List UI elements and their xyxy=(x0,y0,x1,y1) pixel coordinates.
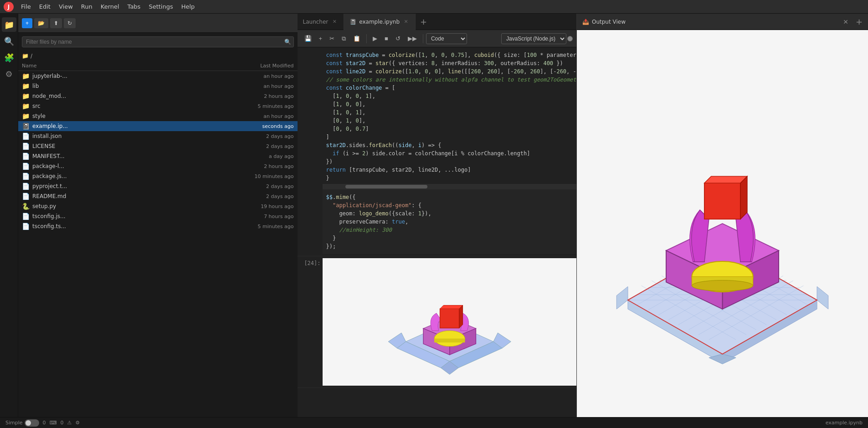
file-modified: a day ago xyxy=(244,153,294,159)
run-all-btn[interactable]: ▶▶ xyxy=(405,33,420,44)
restart-btn[interactable]: ↺ xyxy=(392,33,404,44)
run-btn[interactable]: ▶ xyxy=(370,33,380,44)
file-item[interactable]: 📁 jupyterlab-... an hour ago xyxy=(18,71,298,81)
launcher-tab-close[interactable]: ✕ xyxy=(331,18,338,25)
menu-run[interactable]: Run xyxy=(77,2,96,11)
file-item[interactable]: 📄 pyproject.t... 2 days ago xyxy=(18,181,298,191)
file-name: package-l... xyxy=(32,163,244,169)
cut-btn[interactable]: ✂ xyxy=(326,33,338,44)
output-cell-content xyxy=(323,256,577,387)
file-name: tsconfig.ts... xyxy=(32,223,244,229)
file-item[interactable]: 📁 style an hour ago xyxy=(18,111,298,121)
menu-edit[interactable]: Edit xyxy=(36,2,54,11)
path-label: / xyxy=(31,53,32,59)
file-name: MANIFEST... xyxy=(32,153,244,159)
menu-view[interactable]: View xyxy=(55,2,77,11)
file-name: node_mod... xyxy=(32,93,244,99)
notebook-file-icon: 📓 xyxy=(22,122,30,130)
cell-prompt xyxy=(298,47,323,256)
file-modified: seconds ago xyxy=(244,123,294,129)
file-item[interactable]: 📄 tsconfig.ts... 5 minutes ago xyxy=(18,221,298,231)
file-name: LICENSE xyxy=(32,143,244,149)
simple-mode-toggle[interactable]: Simple xyxy=(5,419,39,427)
status-gear-icon[interactable]: ⚙ xyxy=(75,420,80,426)
file-modified: 2 days ago xyxy=(244,194,294,199)
mime-code-block[interactable]: $$.mime({ "application/jscad-geom": { ge… xyxy=(323,189,577,254)
menubar: J File Edit View Run Kernel Tabs Setting… xyxy=(0,0,868,14)
paste-btn[interactable]: 📋 xyxy=(350,33,364,44)
file-modified: 2 hours ago xyxy=(244,163,294,169)
folder-file-icon: 📁 xyxy=(22,72,30,80)
toggle-track[interactable] xyxy=(25,419,39,427)
file-item[interactable]: 📁 src 5 minutes ago xyxy=(18,101,298,111)
file-search-box: 🔍 xyxy=(22,36,294,47)
interrupt-btn[interactable]: ■ xyxy=(381,33,391,44)
mime-line-5: //minHeight: 300 xyxy=(326,226,573,234)
text-file-icon: 📄 xyxy=(22,153,30,160)
file-item[interactable]: 🐍 setup.py 19 hours ago xyxy=(18,201,298,211)
open-folder-btn[interactable]: 📂 xyxy=(34,18,48,28)
h-scroll-thumb[interactable] xyxy=(345,185,427,189)
kernel-select[interactable]: JavaScript (Node.js) xyxy=(501,33,566,44)
copy-btn[interactable]: ⧉ xyxy=(339,33,349,44)
file-item[interactable]: 📁 node_mod... 2 hours ago xyxy=(18,91,298,101)
output-panel-add-btn[interactable]: + xyxy=(856,17,863,26)
file-modified: an hour ago xyxy=(244,83,294,89)
file-modified: 2 days ago xyxy=(244,143,294,149)
file-name: jupyterlab-... xyxy=(32,73,244,79)
cell-content[interactable]: const transpCube = colorize([1, 0, 0, 0.… xyxy=(323,47,577,256)
statusbar-right: example.ipynb xyxy=(826,420,863,426)
svg-point-58 xyxy=(692,280,753,291)
output-panel-close-btn[interactable]: ✕ xyxy=(843,18,848,25)
toolbar-separator-2 xyxy=(423,34,423,43)
file-item[interactable]: 📓 example.ip... seconds ago xyxy=(18,121,298,131)
sidebar-icon-settings[interactable]: ⚙ xyxy=(2,66,16,81)
menu-help[interactable]: Help xyxy=(178,2,199,11)
new-launcher-btn[interactable]: + xyxy=(22,18,32,28)
launcher-tab-label: Launcher xyxy=(303,19,329,25)
json-file-icon: 📄 xyxy=(22,213,30,220)
code-line-6: [1, 0, 0, 1], xyxy=(326,92,573,100)
cell-type-select[interactable]: Code Markdown Raw xyxy=(426,33,467,44)
code-line-7: [1, 0, 0], xyxy=(326,100,573,108)
code-line-4: // some colors are intentionally without… xyxy=(326,76,573,84)
file-item[interactable]: 📄 tsconfig.js... 7 hours ago xyxy=(18,211,298,221)
code-line-1: const transpCube = colorize([1, 0, 0, 0.… xyxy=(326,51,573,59)
tab-notebook[interactable]: 📓 example.ipynb ✕ xyxy=(344,14,416,30)
file-item[interactable]: 📄 MANIFEST... a day ago xyxy=(18,151,298,161)
code-line-9: [0, 1, 0], xyxy=(326,117,573,125)
file-item[interactable]: 📄 LICENSE 2 days ago xyxy=(18,141,298,151)
menu-tabs[interactable]: Tabs xyxy=(124,2,144,11)
h-scrollbar[interactable] xyxy=(323,184,577,189)
output-3d-view[interactable] xyxy=(577,30,868,417)
file-item[interactable]: 📁 lib an hour ago xyxy=(18,81,298,91)
svg-marker-61 xyxy=(740,176,747,219)
file-item[interactable]: 📄 install.json 2 days ago xyxy=(18,131,298,141)
add-cell-btn[interactable]: + xyxy=(316,33,326,44)
output-3d-canvas[interactable] xyxy=(323,258,577,386)
output-panel: 📤 Output View ✕ + xyxy=(576,14,868,417)
menu-file[interactable]: File xyxy=(17,2,35,11)
sidebar-icon-search[interactable]: 🔍 xyxy=(2,34,16,48)
app-logo: J xyxy=(4,2,14,12)
menu-settings[interactable]: Settings xyxy=(145,2,176,11)
file-modified: an hour ago xyxy=(244,73,294,79)
sidebar-icon-extensions[interactable]: 🧩 xyxy=(2,50,16,65)
save-btn[interactable]: 💾 xyxy=(301,33,315,44)
folder-icon: 📂 xyxy=(38,20,45,26)
sidebar-icon-files[interactable]: 📁 xyxy=(2,17,16,32)
file-search-input[interactable] xyxy=(22,36,294,47)
file-item[interactable]: 📄 package-l... 2 hours ago xyxy=(18,161,298,171)
menu-kernel[interactable]: Kernel xyxy=(97,2,123,11)
col-name-header[interactable]: Name xyxy=(22,63,244,69)
refresh-btn[interactable]: ↻ xyxy=(64,18,76,28)
notebook-tab-close[interactable]: ✕ xyxy=(402,18,410,25)
toggle-thumb xyxy=(26,420,31,426)
file-modified: 7 hours ago xyxy=(244,214,294,219)
code-block[interactable]: const transpCube = colorize([1, 0, 0, 0.… xyxy=(323,49,577,184)
upload-btn[interactable]: ⬆ xyxy=(50,18,62,28)
tab-launcher[interactable]: Launcher ✕ xyxy=(298,14,344,30)
file-item[interactable]: 📄 README.md 2 days ago xyxy=(18,191,298,201)
add-tab-btn[interactable]: + xyxy=(416,17,431,26)
file-item[interactable]: 📄 package.js... 10 minutes ago xyxy=(18,171,298,181)
